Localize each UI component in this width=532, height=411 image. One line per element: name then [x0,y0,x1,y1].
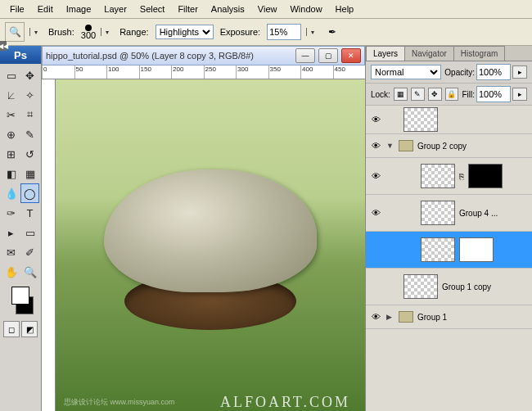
menu-help[interactable]: Help [329,2,361,16]
tab-navigator[interactable]: Navigator [404,46,454,61]
layer-thumbnail[interactable] [404,274,438,299]
menu-layer[interactable]: Layer [97,2,133,16]
exposure-dropdown[interactable] [306,28,318,36]
dodge-tool[interactable]: ◯ [20,183,39,203]
path-select-tool[interactable]: ▸ [2,223,20,242]
horizontal-ruler: 050100150200250300350400450 [42,65,365,79]
menu-filter[interactable]: Filter [171,2,204,16]
document-titlebar[interactable]: hippo_tutorial.psd @ 50% (Layer 8 copy 3… [42,46,365,65]
layer-thumbnail[interactable] [421,201,455,225]
lock-position-button[interactable]: ✥ [428,88,442,101]
document-title: hippo_tutorial.psd @ 50% (Layer 8 copy 3… [46,51,292,61]
tool-preset-dropdown[interactable] [29,28,42,36]
layer-row[interactable]: Group 1 copy [366,269,532,305]
pen-tool[interactable]: ✑ [2,203,20,223]
hand-tool[interactable]: ✋ [2,262,20,282]
opacity-flyout[interactable]: ▸ [512,65,527,79]
watermark-secondary: 思缘设计论坛 www.missyuan.com [64,397,175,408]
visibility-toggle[interactable]: 👁 [369,206,382,219]
current-tool-icon[interactable]: 🔍 [5,22,25,42]
menu-file[interactable]: File [3,2,31,16]
lock-label: Lock: [371,90,390,99]
toolbox: Ps ▭ ✥ ⟀ ✧ ✂ ⌗ ⊕ ✎ ⊞ ↺ ◧ ▦ 💧 ◯ ✑ T ▸ ▭ ✉… [0,46,42,411]
canvas[interactable]: ALFOART.COM 思缘设计论坛 www.missyuan.com [56,79,365,411]
lasso-tool[interactable]: ⟀ [2,85,20,105]
crop-tool[interactable]: ✂ [2,105,20,124]
brush-label: Brush: [48,27,74,37]
menu-window[interactable]: Window [283,2,328,16]
menu-image[interactable]: Image [60,2,98,16]
stamp-tool[interactable]: ⊞ [2,144,20,164]
brush-size: 300 [81,31,96,40]
range-select[interactable]: Highlights [156,25,214,39]
menu-edit[interactable]: Edit [31,2,60,16]
layer-thumbnail[interactable] [404,107,438,132]
marquee-tool[interactable]: ▭ [2,65,20,85]
layer-row[interactable]: 👁 Group 4 ... [366,195,532,232]
lock-pixels-button[interactable]: ✎ [411,88,425,101]
type-tool[interactable]: T [20,203,39,223]
notes-tool[interactable]: ✉ [2,242,20,262]
layer-thumbnail[interactable] [421,237,455,262]
shape-tool[interactable]: ▭ [20,223,39,242]
blend-mode-select[interactable]: Normal [371,65,441,79]
minimize-button[interactable]: — [295,48,315,63]
visibility-toggle[interactable]: 👁 [369,169,382,183]
standard-mode-button[interactable]: ◻ [3,321,20,337]
menu-select[interactable]: Select [133,2,172,16]
visibility-toggle[interactable] [369,280,382,293]
eyedropper-tool[interactable]: ✐ [20,242,39,262]
fill-input[interactable] [476,86,511,102]
brush-preset-picker[interactable]: 300 [81,25,96,40]
quickmask-mode-button[interactable]: ◩ [21,321,38,337]
range-label: Range: [119,27,148,37]
layer-list: 👁 👁 ▼ Group 2 copy 👁 ⎘ 👁 [366,106,532,411]
lock-all-button[interactable]: 🔒 [445,88,459,101]
layer-row-selected[interactable] [366,232,532,269]
fill-flyout[interactable]: ▸ [512,88,527,101]
visibility-toggle[interactable]: 👁 [369,139,382,152]
layer-name[interactable]: Group 1 [417,313,447,322]
lock-transparency-button[interactable]: ▦ [394,88,408,101]
visibility-toggle[interactable] [369,243,382,256]
close-button[interactable]: ✕ [341,48,361,63]
heal-tool[interactable]: ⊕ [2,124,20,144]
exposure-input[interactable] [267,24,301,40]
group-row[interactable]: 👁 ▼ Group 2 copy [366,134,532,158]
layer-name[interactable]: Group 2 copy [417,142,467,151]
history-brush-tool[interactable]: ↺ [20,144,39,164]
menu-analysis[interactable]: Analysis [205,2,251,16]
collapse-strip-icon[interactable]: ◀◀ [0,41,7,51]
zoom-tool[interactable]: 🔍 [20,262,39,282]
foreground-swatch[interactable] [11,287,29,305]
eraser-tool[interactable]: ◧ [2,164,20,183]
opacity-input[interactable] [476,64,511,80]
opacity-label: Opacity: [444,68,475,77]
menu-view[interactable]: View [251,2,284,16]
move-tool[interactable]: ✥ [20,65,39,85]
layer-row[interactable]: 👁 [366,106,532,134]
tab-histogram[interactable]: Histogram [453,46,506,61]
blur-tool[interactable]: 💧 [2,183,20,203]
airbrush-icon[interactable]: ✒ [323,23,341,41]
maximize-button[interactable]: ▢ [318,48,338,63]
visibility-toggle[interactable]: 👁 [369,113,382,126]
layer-mask-thumbnail[interactable] [459,237,494,262]
disclosure-triangle-icon[interactable]: ▼ [386,142,394,150]
group-row[interactable]: 👁 ▶ Group 1 [366,305,532,329]
layer-mask-thumbnail[interactable] [468,164,503,188]
layer-name[interactable]: Group 1 copy [442,282,491,291]
gradient-tool[interactable]: ▦ [20,164,39,183]
color-swatches[interactable] [0,283,41,318]
brush-dropdown[interactable] [101,28,113,36]
tab-layers[interactable]: Layers [366,46,405,61]
folder-icon [399,311,413,323]
layer-name[interactable]: Group 4 ... [459,209,498,218]
layer-row[interactable]: 👁 ⎘ [366,158,532,195]
wand-tool[interactable]: ✧ [20,85,39,105]
visibility-toggle[interactable]: 👁 [369,310,382,323]
disclosure-triangle-icon[interactable]: ▶ [386,313,394,321]
slice-tool[interactable]: ⌗ [20,105,39,124]
brush-tool[interactable]: ✎ [20,124,39,144]
layer-thumbnail[interactable] [421,164,455,188]
